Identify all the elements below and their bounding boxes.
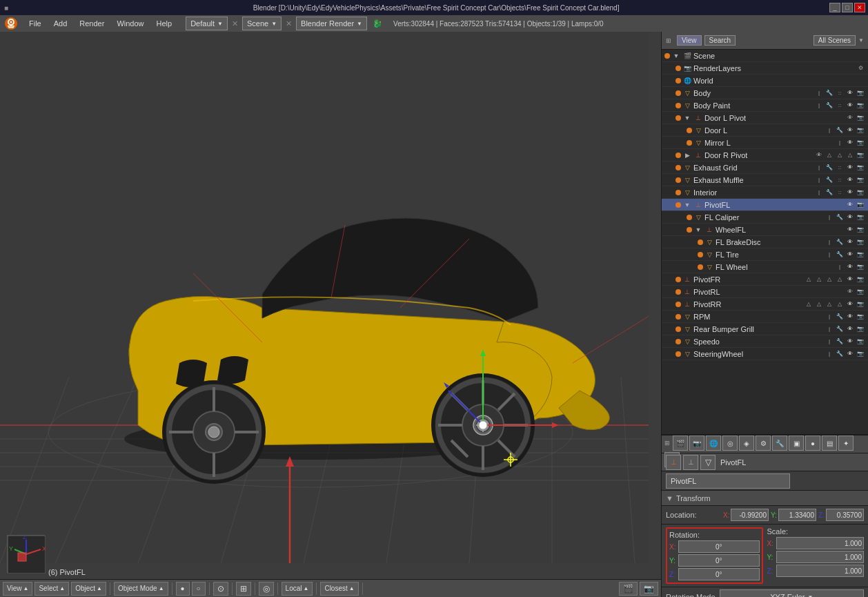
- tree-item-flbrakedisc[interactable]: ▽ FL BrakeDisc | 🔧 👁 📷: [662, 236, 868, 248]
- tree-item-steeringwheel[interactable]: ▽ SteeringWheel | 🔧 👁 📷: [662, 348, 868, 360]
- renderlayers-settings-icon[interactable]: ⚙: [856, 63, 865, 73]
- scale-z-input[interactable]: [776, 565, 865, 577]
- drp-eye[interactable]: 👁: [814, 150, 824, 160]
- bp-cam[interactable]: 📷: [856, 101, 865, 110]
- em-cam[interactable]: 📷: [856, 175, 865, 185]
- flw-eye[interactable]: 👁: [845, 262, 855, 272]
- int-tools[interactable]: 🔧: [825, 188, 834, 197]
- rotation-x-value[interactable]: 0°: [678, 540, 760, 553]
- wfl-cam[interactable]: 📷: [856, 225, 865, 235]
- ml-cam[interactable]: 📷: [856, 138, 865, 148]
- flt-cam[interactable]: 📷: [856, 250, 865, 260]
- rbg-tools[interactable]: 🔧: [835, 324, 845, 334]
- prl-eye[interactable]: 👁: [845, 287, 855, 297]
- pfr-cam[interactable]: 📷: [856, 275, 865, 284]
- scale-y-input[interactable]: [776, 551, 865, 563]
- tree-item-mirrorl[interactable]: ▽ Mirror L | 👁 📷: [662, 137, 868, 149]
- tree-item-interior[interactable]: ▽ Interior | 🔧 :: 👁 📷: [662, 186, 868, 199]
- location-x-input[interactable]: [731, 509, 769, 521]
- bp-tools[interactable]: 🔧: [825, 101, 834, 110]
- pfr-eye[interactable]: 👁: [845, 275, 855, 284]
- dl-tools[interactable]: 🔧: [835, 126, 845, 135]
- flc-eye[interactable]: 👁: [845, 213, 855, 222]
- sw-tools[interactable]: 🔧: [835, 349, 845, 359]
- props-btn-data[interactable]: ▣: [789, 435, 804, 451]
- sw-cam[interactable]: 📷: [856, 349, 865, 359]
- tree-item-rpm[interactable]: ▽ RPM | 🔧 👁 📷: [662, 311, 868, 323]
- rotation-mode-dropdown[interactable]: XYZ Euler ▼: [720, 589, 864, 597]
- tree-item-exhaustmuffle[interactable]: ▽ Exhaust Muffle | 🔧 :: 👁 📷: [662, 174, 868, 186]
- snap-to[interactable]: Closest ▲: [320, 582, 358, 596]
- menu-add[interactable]: Add: [48, 16, 73, 31]
- props-btn-particle[interactable]: ✦: [838, 435, 854, 451]
- tree-item-flwheel[interactable]: ▽ FL Wheel | 👁 📷: [662, 261, 868, 273]
- pfl-cam[interactable]: 📷: [856, 200, 865, 210]
- minimize-button[interactable]: _: [829, 3, 840, 12]
- pivot-btn-2[interactable]: ⊥: [683, 455, 698, 470]
- menu-window[interactable]: Window: [111, 16, 149, 31]
- tree-item-exhaustgrid[interactable]: ▽ Exhaust Grid | 🔧 :: 👁 📷: [662, 162, 868, 174]
- flw-restrict[interactable]: |: [835, 262, 845, 272]
- eg-eye[interactable]: 👁: [845, 163, 855, 173]
- rpm-cam[interactable]: 📷: [856, 312, 865, 322]
- prr-tri2[interactable]: △: [814, 300, 824, 309]
- em-grid[interactable]: ::: [835, 175, 845, 185]
- mode-selector[interactable]: Object Mode ▲: [114, 582, 168, 596]
- tree-item-flcaliper[interactable]: ▽ FL Caliper | 🔧 👁 📷: [662, 211, 868, 224]
- tree-item-doorl[interactable]: ▽ Door L | 🔧 👁 📷: [662, 124, 868, 137]
- int-restrict[interactable]: |: [814, 188, 824, 197]
- tree-item-pivotfr[interactable]: ⊥ PivotFR △ △ △ △ 👁 📷: [662, 273, 868, 286]
- ml-eye[interactable]: 👁: [845, 138, 855, 148]
- tree-item-doorrpivot[interactable]: ▶ ⊥ Door R Pivot 👁 △ △ △ 📷: [662, 149, 868, 162]
- flc-tools[interactable]: 🔧: [835, 213, 845, 222]
- props-btn-material[interactable]: ●: [805, 435, 820, 451]
- transform-section-header[interactable]: ▼ Transform: [662, 491, 868, 506]
- dlp-eye[interactable]: 👁: [845, 113, 855, 123]
- tree-item-pivotfl[interactable]: ▼ ⊥ PivotFL 👁 📷: [662, 199, 868, 211]
- tree-item-bodypaint[interactable]: ▽ Body Paint | 🔧 :: 👁 📷: [662, 99, 868, 112]
- tree-item-scene[interactable]: ▼ 🎬 Scene: [662, 50, 868, 62]
- select-menu[interactable]: Select ▲: [34, 582, 69, 596]
- props-btn-object[interactable]: ◈: [739, 435, 754, 451]
- em-tools[interactable]: 🔧: [825, 175, 834, 185]
- props-btn-constraint[interactable]: ⚙: [756, 435, 771, 451]
- 3d-viewport[interactable]: User Persp: [0, 32, 661, 597]
- engine-selector[interactable]: Blender Render ▼: [296, 17, 367, 30]
- pfr-tri3[interactable]: △: [825, 275, 834, 284]
- eg-restrict[interactable]: |: [814, 163, 824, 173]
- body-restrict-icon[interactable]: |: [814, 88, 824, 98]
- prr-tri3[interactable]: △: [825, 300, 834, 309]
- flbd-tools[interactable]: 🔧: [835, 237, 845, 247]
- prr-cam[interactable]: 📷: [856, 300, 865, 309]
- tree-item-pivotrr[interactable]: ⊥ PivotRR △ △ △ △ 👁 📷: [662, 298, 868, 311]
- pfl-eye[interactable]: 👁: [845, 200, 855, 210]
- tree-item-world[interactable]: 🌐 World: [662, 75, 868, 87]
- bp-restrict[interactable]: |: [814, 101, 824, 110]
- eg-cam[interactable]: 📷: [856, 163, 865, 173]
- flbd-eye[interactable]: 👁: [845, 237, 855, 247]
- prr-tri1[interactable]: △: [804, 300, 813, 309]
- outliner-search-btn[interactable]: Search: [704, 35, 736, 46]
- rotation-y-value[interactable]: 0°: [678, 554, 760, 567]
- proportional-edit[interactable]: ◎: [259, 582, 274, 596]
- rbg-eye[interactable]: 👁: [845, 324, 855, 334]
- dl-cam[interactable]: 📷: [856, 126, 865, 135]
- menu-file[interactable]: File: [23, 16, 47, 31]
- flw-cam[interactable]: 📷: [856, 262, 865, 272]
- close-button[interactable]: ✕: [854, 3, 865, 12]
- flc-cam[interactable]: 📷: [856, 213, 865, 222]
- rpm-restrict[interactable]: |: [825, 312, 834, 322]
- workspace-selector[interactable]: Default ▼: [186, 17, 228, 30]
- tree-item-fltire[interactable]: ▽ FL Tire | 🔧 👁 📷: [662, 248, 868, 261]
- eg-grid[interactable]: ::: [835, 163, 845, 173]
- flc-restrict[interactable]: |: [825, 213, 834, 222]
- spd-restrict[interactable]: |: [825, 337, 834, 346]
- rbg-restrict[interactable]: |: [825, 324, 834, 334]
- prl-cam[interactable]: 📷: [856, 287, 865, 297]
- pivot-btn-1[interactable]: ⊥: [666, 455, 681, 470]
- spd-tools[interactable]: 🔧: [835, 337, 845, 346]
- sw-eye[interactable]: 👁: [845, 349, 855, 359]
- prr-eye[interactable]: 👁: [845, 300, 855, 309]
- bp-grid[interactable]: ::: [835, 101, 845, 110]
- snap-icon[interactable]: ⊞: [236, 582, 251, 596]
